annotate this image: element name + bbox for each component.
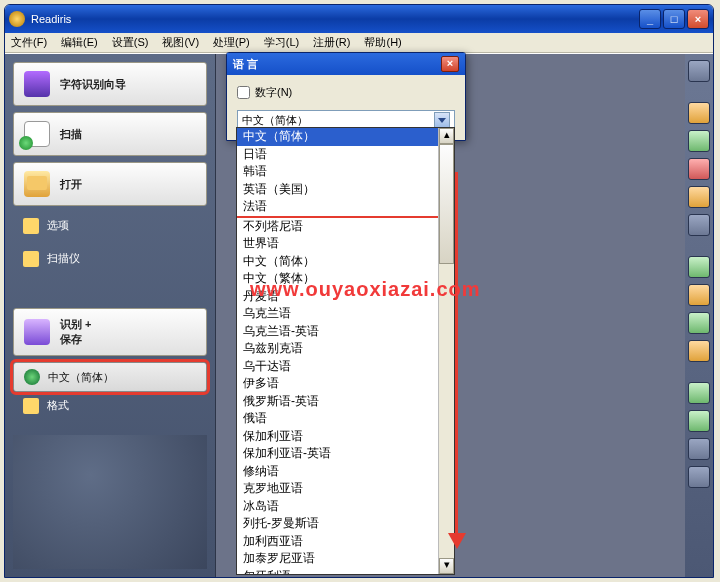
menu-process[interactable]: 处理(P) — [213, 35, 250, 50]
scan-icon — [24, 121, 50, 147]
tool-auto-icon[interactable] — [688, 256, 710, 278]
format-label: 格式 — [47, 398, 69, 413]
tool-zoom-in-icon[interactable] — [688, 466, 710, 488]
language-option[interactable]: 中文（简体） — [237, 128, 438, 146]
open-label: 打开 — [60, 177, 82, 192]
scanner-button[interactable]: 扫描仪 — [13, 245, 207, 272]
language-option[interactable]: 加利西亚语 — [237, 533, 438, 551]
language-option[interactable]: 匈牙利语 — [237, 568, 438, 575]
open-button[interactable]: 打开 — [13, 162, 207, 206]
language-option[interactable]: 伊多语 — [237, 375, 438, 393]
folder-icon — [24, 171, 50, 197]
language-option[interactable]: 乌干达语 — [237, 358, 438, 376]
scan-label: 扫描 — [60, 127, 82, 142]
app-title: Readiris — [31, 13, 71, 25]
language-option[interactable]: 韩语 — [237, 163, 438, 181]
language-select-value: 中文（简体） — [242, 113, 308, 128]
recognize-section: 识别 +保存 中文（简体） 格式 — [13, 308, 207, 419]
tool-sort-icon[interactable] — [688, 284, 710, 306]
format-button[interactable]: 格式 — [13, 392, 207, 419]
tool-barcode-icon[interactable] — [688, 186, 710, 208]
tool-text-zone-icon[interactable] — [688, 102, 710, 124]
scroll-thumb[interactable] — [439, 144, 454, 264]
wizard-label: 字符识别向导 — [60, 77, 126, 92]
language-option[interactable]: 日语 — [237, 146, 438, 164]
tool-cursor-icon[interactable] — [688, 60, 710, 82]
menu-view[interactable]: 视图(V) — [162, 35, 199, 50]
language-option[interactable]: 乌兹别克语 — [237, 340, 438, 358]
language-option[interactable]: 英语（美国） — [237, 181, 438, 199]
language-option[interactable]: 保加利亚语 — [237, 428, 438, 446]
recognize-save-button[interactable]: 识别 +保存 — [13, 308, 207, 356]
tool-handwriting-icon[interactable] — [688, 214, 710, 236]
scroll-up-button[interactable]: ▴ — [439, 128, 454, 144]
minimize-button[interactable]: _ — [639, 9, 661, 29]
sidebar-background-image — [13, 435, 207, 569]
tool-deskew-icon[interactable] — [688, 312, 710, 334]
language-option[interactable]: 世界语 — [237, 235, 438, 253]
language-option[interactable]: 丹麦语 — [237, 288, 438, 306]
menu-edit[interactable]: 编辑(E) — [61, 35, 98, 50]
wizard-icon — [24, 71, 50, 97]
language-option[interactable]: 俄语 — [237, 410, 438, 428]
language-option[interactable]: 列托-罗曼斯语 — [237, 515, 438, 533]
numeric-label: 数字(N) — [255, 85, 292, 100]
menu-help[interactable]: 帮助(H) — [364, 35, 401, 50]
menubar: 文件(F) 编辑(E) 设置(S) 视图(V) 处理(P) 学习(L) 注册(R… — [5, 33, 713, 53]
titlebar[interactable]: Readiris _ □ × — [5, 5, 713, 33]
save-label: 保存 — [60, 333, 82, 345]
language-option[interactable]: 不列塔尼语 — [237, 218, 438, 236]
tool-image-zone-icon[interactable] — [688, 130, 710, 152]
menu-file[interactable]: 文件(F) — [11, 35, 47, 50]
language-button[interactable]: 中文（简体） — [13, 362, 207, 392]
maximize-button[interactable]: □ — [663, 9, 685, 29]
language-option[interactable]: 中文（繁体） — [237, 270, 438, 288]
recognize-label: 识别 + — [60, 318, 91, 330]
language-dropdown: 中文（简体）日语韩语英语（美国）法语不列塔尼语世界语中文（简体）中文（繁体）丹麦… — [236, 127, 455, 575]
scrollbar[interactable]: ▴ ▾ — [438, 128, 454, 574]
tool-fit-width-icon[interactable] — [688, 382, 710, 404]
scanner-label: 扫描仪 — [47, 251, 80, 266]
tool-zoom-11-icon[interactable] — [688, 438, 710, 460]
wizard-button[interactable]: 字符识别向导 — [13, 62, 207, 106]
menu-learn[interactable]: 学习(L) — [264, 35, 299, 50]
language-option[interactable]: 乌克兰语 — [237, 305, 438, 323]
options-label: 选项 — [47, 218, 69, 233]
language-option[interactable]: 修纳语 — [237, 463, 438, 481]
language-list[interactable]: 中文（简体）日语韩语英语（美国）法语不列塔尼语世界语中文（简体）中文（繁体）丹麦… — [237, 128, 438, 574]
dialog-title: 语 言 — [233, 57, 258, 72]
language-option[interactable]: 保加利亚语-英语 — [237, 445, 438, 463]
right-toolbar — [685, 54, 713, 577]
options-icon — [23, 218, 39, 234]
language-option[interactable]: 俄罗斯语-英语 — [237, 393, 438, 411]
numeric-checkbox[interactable] — [237, 86, 250, 99]
language-option[interactable]: 加泰罗尼亚语 — [237, 550, 438, 568]
dialog-close-button[interactable]: × — [441, 56, 459, 72]
language-option[interactable]: 克罗地亚语 — [237, 480, 438, 498]
tool-rotate-icon[interactable] — [688, 340, 710, 362]
options-button[interactable]: 选项 — [13, 212, 207, 239]
sidebar: 字符识别向导 扫描 打开 选项 扫描仪 识别 +保存 — [5, 54, 215, 577]
language-option[interactable]: 冰岛语 — [237, 498, 438, 516]
app-icon — [9, 11, 25, 27]
tool-fit-page-icon[interactable] — [688, 410, 710, 432]
language-option[interactable]: 法语 — [237, 198, 438, 218]
language-label: 中文（简体） — [48, 370, 114, 385]
numeric-checkbox-row[interactable]: 数字(N) — [237, 85, 455, 100]
menu-register[interactable]: 注册(R) — [313, 35, 350, 50]
close-button[interactable]: × — [687, 9, 709, 29]
chevron-down-icon[interactable] — [434, 112, 450, 128]
scanner-icon — [23, 251, 39, 267]
dialog-titlebar[interactable]: 语 言 × — [227, 53, 465, 75]
scroll-down-button[interactable]: ▾ — [439, 558, 454, 574]
language-option[interactable]: 中文（简体） — [237, 253, 438, 271]
language-option[interactable]: 乌克兰语-英语 — [237, 323, 438, 341]
globe-icon — [24, 369, 40, 385]
save-icon — [24, 319, 50, 345]
format-icon — [23, 398, 39, 414]
scan-button[interactable]: 扫描 — [13, 112, 207, 156]
tool-table-zone-icon[interactable] — [688, 158, 710, 180]
menu-settings[interactable]: 设置(S) — [112, 35, 149, 50]
